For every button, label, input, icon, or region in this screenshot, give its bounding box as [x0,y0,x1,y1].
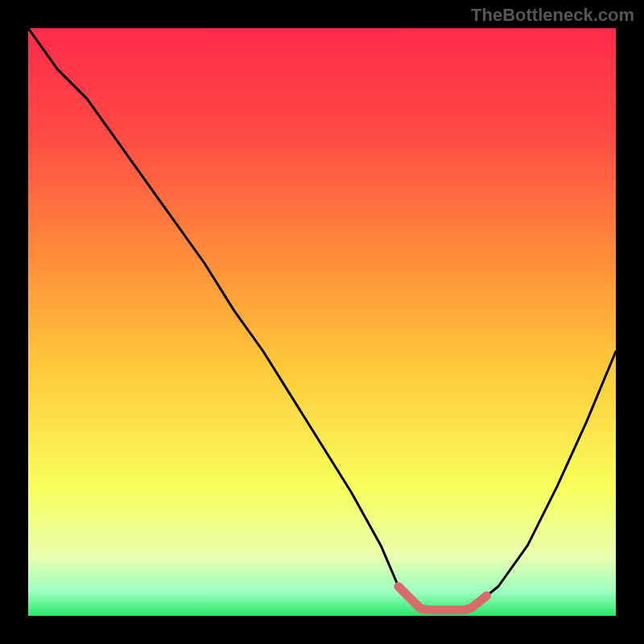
chart-plot-area [28,28,616,616]
watermark-text: TheBottleneck.com [471,5,634,26]
bottleneck-curve [28,28,616,616]
